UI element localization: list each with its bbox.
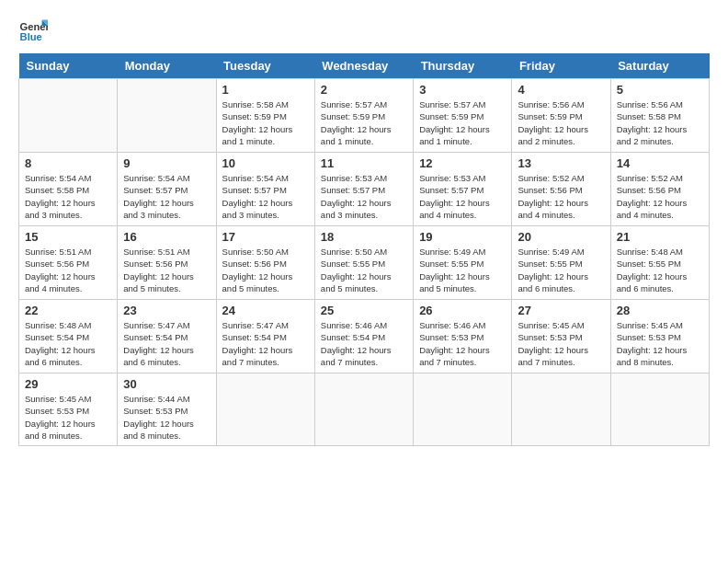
- calendar-cell: 16Sunrise: 5:51 AM Sunset: 5:56 PM Dayli…: [118, 226, 216, 300]
- day-info: Sunrise: 5:51 AM Sunset: 5:56 PM Dayligh…: [25, 246, 111, 294]
- calendar-cell: 2Sunrise: 5:57 AM Sunset: 5:59 PM Daylig…: [314, 79, 413, 153]
- calendar-cell: 24Sunrise: 5:47 AM Sunset: 5:54 PM Dayli…: [216, 300, 314, 373]
- calendar-cell: 14Sunrise: 5:52 AM Sunset: 5:56 PM Dayli…: [610, 153, 709, 226]
- day-number: 2: [321, 83, 407, 97]
- calendar-cell: 15Sunrise: 5:51 AM Sunset: 5:56 PM Dayli…: [19, 226, 118, 300]
- calendar-cell: 13Sunrise: 5:52 AM Sunset: 5:56 PM Dayli…: [512, 153, 610, 226]
- calendar-cell: 21Sunrise: 5:48 AM Sunset: 5:55 PM Dayli…: [610, 226, 709, 300]
- calendar-cell: 10Sunrise: 5:54 AM Sunset: 5:57 PM Dayli…: [216, 153, 314, 226]
- day-number: 4: [518, 83, 604, 97]
- calendar-cell: [414, 373, 512, 446]
- day-info: Sunrise: 5:56 AM Sunset: 5:58 PM Dayligh…: [617, 98, 703, 147]
- day-number: 9: [123, 156, 210, 170]
- day-number: 22: [25, 304, 111, 317]
- day-number: 8: [25, 156, 111, 170]
- day-info: Sunrise: 5:46 AM Sunset: 5:54 PM Dayligh…: [321, 319, 407, 368]
- calendar-week-3: 15Sunrise: 5:51 AM Sunset: 5:56 PM Dayli…: [19, 226, 710, 300]
- day-number: 23: [123, 304, 210, 317]
- calendar-cell: 30Sunrise: 5:44 AM Sunset: 5:53 PM Dayli…: [118, 373, 216, 446]
- calendar-week-5: 29Sunrise: 5:45 AM Sunset: 5:53 PM Dayli…: [19, 373, 710, 446]
- day-number: 17: [222, 230, 309, 244]
- day-number: 16: [123, 230, 210, 244]
- day-info: Sunrise: 5:46 AM Sunset: 5:53 PM Dayligh…: [419, 319, 506, 368]
- calendar-cell: 8Sunrise: 5:54 AM Sunset: 5:58 PM Daylig…: [19, 153, 118, 226]
- day-number: 28: [617, 304, 703, 317]
- calendar-week-2: 8Sunrise: 5:54 AM Sunset: 5:58 PM Daylig…: [19, 153, 710, 226]
- day-info: Sunrise: 5:53 AM Sunset: 5:57 PM Dayligh…: [321, 172, 407, 221]
- day-info: Sunrise: 5:57 AM Sunset: 5:59 PM Dayligh…: [419, 98, 506, 147]
- calendar-cell: 26Sunrise: 5:46 AM Sunset: 5:53 PM Dayli…: [414, 300, 512, 373]
- calendar-cell: [610, 373, 709, 446]
- day-number: 11: [321, 156, 407, 170]
- calendar-cell: [118, 79, 216, 153]
- header-thursday: Thursday: [414, 53, 512, 79]
- day-number: 24: [222, 304, 309, 317]
- day-number: 10: [222, 156, 309, 170]
- day-info: Sunrise: 5:57 AM Sunset: 5:59 PM Dayligh…: [321, 98, 407, 147]
- day-info: Sunrise: 5:54 AM Sunset: 5:58 PM Dayligh…: [25, 172, 111, 221]
- day-info: Sunrise: 5:50 AM Sunset: 5:56 PM Dayligh…: [222, 246, 309, 294]
- header-monday: Monday: [118, 53, 216, 79]
- day-number: 15: [25, 230, 111, 244]
- header-friday: Friday: [512, 53, 610, 79]
- calendar-header-row: SundayMondayTuesdayWednesdayThursdayFrid…: [19, 53, 710, 79]
- calendar-cell: 22Sunrise: 5:48 AM Sunset: 5:54 PM Dayli…: [19, 300, 118, 373]
- day-info: Sunrise: 5:54 AM Sunset: 5:57 PM Dayligh…: [123, 172, 210, 221]
- day-info: Sunrise: 5:54 AM Sunset: 5:57 PM Dayligh…: [222, 172, 309, 221]
- calendar-week-1: 1Sunrise: 5:58 AM Sunset: 5:59 PM Daylig…: [19, 79, 710, 153]
- calendar-cell: 28Sunrise: 5:45 AM Sunset: 5:53 PM Dayli…: [610, 300, 709, 373]
- calendar-cell: [512, 373, 610, 446]
- calendar-cell: 27Sunrise: 5:45 AM Sunset: 5:53 PM Dayli…: [512, 300, 610, 373]
- day-number: 26: [419, 304, 506, 317]
- calendar-cell: 1Sunrise: 5:58 AM Sunset: 5:59 PM Daylig…: [216, 79, 314, 153]
- day-info: Sunrise: 5:48 AM Sunset: 5:55 PM Dayligh…: [617, 246, 703, 294]
- day-info: Sunrise: 5:49 AM Sunset: 5:55 PM Dayligh…: [518, 246, 604, 294]
- calendar-cell: 20Sunrise: 5:49 AM Sunset: 5:55 PM Dayli…: [512, 226, 610, 300]
- day-number: 30: [123, 377, 210, 391]
- day-number: 3: [419, 83, 506, 97]
- svg-text:Blue: Blue: [20, 31, 42, 42]
- day-number: 29: [25, 377, 111, 391]
- header-tuesday: Tuesday: [216, 53, 314, 79]
- calendar-cell: 9Sunrise: 5:54 AM Sunset: 5:57 PM Daylig…: [118, 153, 216, 226]
- day-info: Sunrise: 5:52 AM Sunset: 5:56 PM Dayligh…: [518, 172, 604, 221]
- day-info: Sunrise: 5:47 AM Sunset: 5:54 PM Dayligh…: [123, 319, 210, 368]
- day-info: Sunrise: 5:53 AM Sunset: 5:57 PM Dayligh…: [419, 172, 506, 221]
- calendar-cell: 29Sunrise: 5:45 AM Sunset: 5:53 PM Dayli…: [19, 373, 118, 446]
- header-sunday: Sunday: [19, 53, 118, 79]
- day-info: Sunrise: 5:49 AM Sunset: 5:55 PM Dayligh…: [419, 246, 506, 294]
- calendar-cell: 17Sunrise: 5:50 AM Sunset: 5:56 PM Dayli…: [216, 226, 314, 300]
- day-info: Sunrise: 5:56 AM Sunset: 5:59 PM Dayligh…: [518, 98, 604, 147]
- header-wednesday: Wednesday: [314, 53, 413, 79]
- day-info: Sunrise: 5:47 AM Sunset: 5:54 PM Dayligh…: [222, 319, 309, 368]
- calendar-cell: 5Sunrise: 5:56 AM Sunset: 5:58 PM Daylig…: [610, 79, 709, 153]
- day-number: 5: [617, 83, 703, 97]
- calendar-cell: 23Sunrise: 5:47 AM Sunset: 5:54 PM Dayli…: [118, 300, 216, 373]
- calendar-cell: [216, 373, 314, 446]
- calendar-cell: 11Sunrise: 5:53 AM Sunset: 5:57 PM Dayli…: [314, 153, 413, 226]
- logo-icon: General Blue: [18, 18, 48, 44]
- calendar-cell: 4Sunrise: 5:56 AM Sunset: 5:59 PM Daylig…: [512, 79, 610, 153]
- day-number: 12: [419, 156, 506, 170]
- day-info: Sunrise: 5:51 AM Sunset: 5:56 PM Dayligh…: [123, 246, 210, 294]
- day-info: Sunrise: 5:45 AM Sunset: 5:53 PM Dayligh…: [25, 393, 111, 442]
- calendar-cell: 19Sunrise: 5:49 AM Sunset: 5:55 PM Dayli…: [414, 226, 512, 300]
- calendar-table: SundayMondayTuesdayWednesdayThursdayFrid…: [18, 53, 710, 446]
- day-info: Sunrise: 5:45 AM Sunset: 5:53 PM Dayligh…: [617, 319, 703, 368]
- day-info: Sunrise: 5:58 AM Sunset: 5:59 PM Dayligh…: [222, 98, 309, 147]
- day-info: Sunrise: 5:50 AM Sunset: 5:55 PM Dayligh…: [321, 246, 407, 294]
- day-info: Sunrise: 5:45 AM Sunset: 5:53 PM Dayligh…: [518, 319, 604, 368]
- day-number: 20: [518, 230, 604, 244]
- logo: General Blue: [18, 18, 48, 44]
- calendar-cell: 3Sunrise: 5:57 AM Sunset: 5:59 PM Daylig…: [414, 79, 512, 153]
- day-info: Sunrise: 5:52 AM Sunset: 5:56 PM Dayligh…: [617, 172, 703, 221]
- page-header: General Blue: [18, 18, 710, 44]
- day-number: 19: [419, 230, 506, 244]
- day-number: 1: [222, 83, 309, 97]
- header-saturday: Saturday: [610, 53, 709, 79]
- calendar-cell: 12Sunrise: 5:53 AM Sunset: 5:57 PM Dayli…: [414, 153, 512, 226]
- calendar-cell: 18Sunrise: 5:50 AM Sunset: 5:55 PM Dayli…: [314, 226, 413, 300]
- day-number: 21: [617, 230, 703, 244]
- calendar-cell: [314, 373, 413, 446]
- day-number: 27: [518, 304, 604, 317]
